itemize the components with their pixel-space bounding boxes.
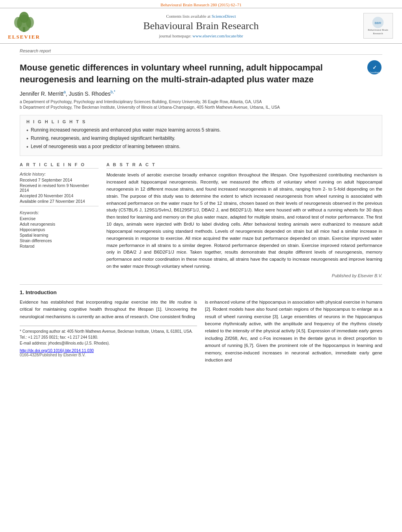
svg-text:BBR: BBR [375,21,382,25]
contents-line: Contents lists available at ScienceDirec… [46,14,356,19]
journal-logo-text: Behavioural Brain Research [365,28,391,35]
journal-title: Behavioural Brain Research [46,20,356,32]
abstract-title: A B S T R A C T [106,162,382,169]
intro-columns: Evidence has established that incorporat… [20,298,382,364]
abstract-section: A B S T R A C T Moderate levels of aerob… [106,162,382,278]
elsevier-text: ELSEVIER [8,34,40,40]
elsevier-logo: ELSEVIER [6,11,42,40]
elsevier-tree-icon [12,11,36,33]
journal-logo-box: BBR Behavioural Brain Research [363,13,393,39]
bullet-3: • [26,144,28,150]
article-title: Mouse genetic differences in voluntary w… [20,62,363,85]
intro-text-col2: is enhanced volume of the hippocampus in… [205,298,382,364]
intro-col-2: is enhanced volume of the hippocampus in… [205,298,382,364]
highlight-text-2: Running, neurogenesis, and learning disp… [31,135,175,141]
journal-homepage: journal homepage: www.elsevier.com/locat… [46,33,356,38]
info-divider [20,206,99,206]
received-date: Received 7 September 2014 [20,178,99,182]
highlights-title: H I G H L I G H T S [26,119,376,124]
authors: Jennifer R. Merritta, Justin S. Rhodesb,… [20,90,382,97]
highlights-list: • Running increased neurogenesis and enh… [26,127,376,150]
keyword-6: Rotarod [20,244,99,248]
email-footnote: E-mail address: jrhodes@illinois.edu (J.… [20,340,197,346]
section-divider [20,284,382,285]
abstract-text: Moderate levels of aerobic exercise broa… [106,172,382,270]
doi-line: http://dx.doi.org/10.1016/j.bbr.2014.11.… [20,348,197,353]
history-label: Article history: [20,172,99,176]
doi-link[interactable]: http://dx.doi.org/10.1016/j.bbr.2014.11.… [20,348,94,353]
received-revised-date: Received in revised form 9 November 2014 [20,183,99,193]
intro-col-1: Evidence has established that incorporat… [20,298,197,364]
highlight-text-1: Running increased neurogenesis and enhan… [31,127,221,133]
top-bar: Behavioural Brain Research 280 (2015) 62… [0,0,402,8]
article-info-title: A R T I C L E I N F O [20,162,99,169]
journal-center: Contents lists available at ScienceDirec… [46,14,356,38]
affiliation-b: b Department of Psychology, The Beckman … [20,105,382,109]
homepage-link[interactable]: www.elsevier.com/locate/bbr [192,33,243,38]
introduction-section: 1. Introduction Evidence has established… [20,289,382,364]
highlight-text-3: Level of neurogenesis was a poor predict… [31,144,181,149]
highlights-section: H I G H L I G H T S • Running increased … [20,115,382,156]
keywords-label: Keywords: [20,210,99,215]
article-info-panel: A R T I C L E I N F O Article history: R… [20,162,99,278]
published-by: Published by Elsevier B.V. [106,273,382,278]
keyword-5: Strain differences [20,238,99,243]
author2-sup: b,* [110,90,115,94]
crossmark: ✓ CrossMark [367,59,382,77]
svg-text:✓: ✓ [372,65,377,70]
highlight-item-2: • Running, neurogenesis, and learning di… [26,135,376,142]
article-body: A R T I C L E I N F O Article history: R… [20,162,382,278]
affiliation-a: a Department of Psychology, Psychology a… [20,99,382,104]
available-online-date: Available online 27 November 2014 [20,199,99,204]
author2-name: , Justin S. Rhodes [66,91,111,97]
bullet-2: • [26,135,28,142]
highlight-item-1: • Running increased neurogenesis and enh… [26,127,376,134]
footnote-area: * Corresponding author at: 405 North Mat… [20,326,197,357]
journal-logo-icon: BBR [370,17,386,28]
keyword-3: Hippocampus [20,227,99,232]
svg-point-4 [19,12,29,23]
journal-logo-right: BBR Behavioural Brain Research [360,13,396,39]
svg-text:CrossMark: CrossMark [370,71,380,74]
keyword-4: Spatial learning [20,233,99,237]
main-content: Research report Mouse genetic difference… [0,44,402,368]
keyword-2: Adult neurogenesis [20,222,99,226]
issn-line: 0166-4328/Published by Elsevier B.V. [20,353,197,357]
sciencedirect-link[interactable]: ScienceDirect [212,14,236,19]
section-label: Research report [20,48,382,55]
accepted-date: Accepted 20 November 2014 [20,193,99,198]
highlight-item-3: • Level of neurogenesis was a poor predi… [26,144,376,150]
journal-header: ELSEVIER Contents lists available at Sci… [0,8,402,44]
intro-number: 1. [20,289,24,295]
journal-reference: Behavioural Brain Research 280 (2015) 62… [160,2,242,7]
author1-name: Jennifer R. Merritt [20,91,63,97]
affiliations: a Department of Psychology, Psychology a… [20,99,382,109]
intro-title: 1. Introduction [20,289,382,295]
intro-title-text: Introduction [26,289,57,295]
crossmark-icon: ✓ CrossMark [367,59,382,75]
intro-text-col1: Evidence has established that incorporat… [20,298,197,320]
corresponding-footnote: * Corresponding author at: 405 North Mat… [20,328,197,340]
keyword-1: Exercise [20,216,99,221]
bullet-1: • [26,127,28,134]
